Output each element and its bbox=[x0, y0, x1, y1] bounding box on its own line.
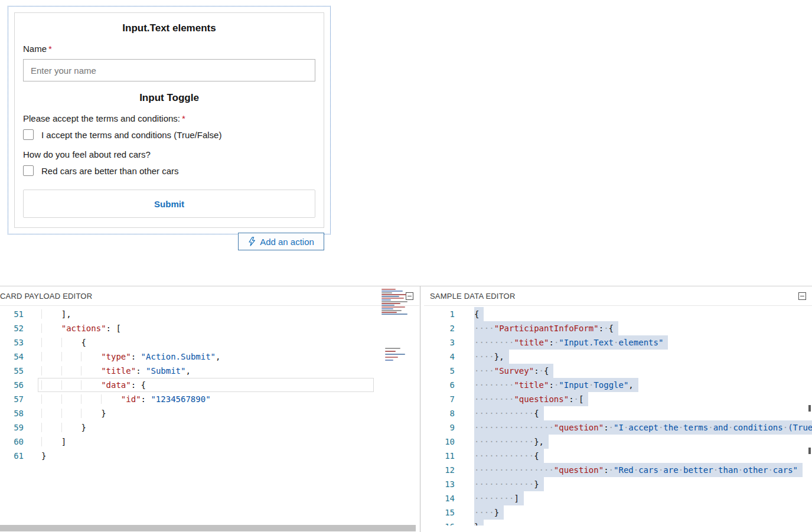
submit-button[interactable]: Submit bbox=[23, 190, 315, 218]
code-text[interactable]: ················"question":·"I·accept·th… bbox=[474, 420, 812, 435]
code-line[interactable]: 58 } bbox=[0, 406, 419, 420]
code-line[interactable]: 1{ bbox=[424, 307, 812, 321]
line-number[interactable]: 52 bbox=[0, 321, 24, 335]
line-number[interactable]: 55 bbox=[0, 364, 24, 378]
name-field-label: Name* bbox=[23, 44, 315, 54]
line-number[interactable]: 3 bbox=[424, 335, 455, 350]
code-text[interactable]: ····"ParticipantInfoForm":·{ bbox=[474, 321, 618, 335]
card-selection-outline[interactable]: Input.Text elements Name* Input Toggle P… bbox=[8, 6, 331, 234]
code-line[interactable]: 14········] bbox=[424, 491, 812, 505]
line-number[interactable]: 60 bbox=[0, 435, 24, 449]
redcars-checkbox[interactable] bbox=[23, 165, 34, 176]
adaptive-card-preview: Input.Text elements Name* Input Toggle P… bbox=[14, 12, 324, 228]
line-number[interactable]: 2 bbox=[424, 321, 455, 335]
code-text[interactable]: ····} bbox=[474, 505, 504, 520]
line-number[interactable]: 57 bbox=[0, 392, 24, 406]
code-line[interactable]: 4····}, bbox=[424, 350, 812, 364]
code-text[interactable]: ], bbox=[41, 307, 71, 321]
code-text[interactable]: } bbox=[41, 449, 46, 463]
code-line[interactable]: 7········"questions":·[ bbox=[424, 392, 812, 406]
code-line[interactable]: 11············{ bbox=[424, 449, 812, 463]
code-line[interactable]: 9················"question":·"I·accept·t… bbox=[424, 420, 812, 435]
code-line[interactable]: 10············}, bbox=[424, 435, 812, 449]
line-number[interactable]: 14 bbox=[424, 491, 455, 505]
code-line[interactable]: 6········"title":·"Input·Toggle", bbox=[424, 378, 812, 392]
line-number[interactable]: 10 bbox=[424, 435, 455, 449]
code-line[interactable]: 59 } bbox=[0, 420, 419, 435]
line-number[interactable]: 51 bbox=[0, 307, 24, 321]
code-text[interactable]: } bbox=[41, 420, 86, 435]
code-text[interactable]: ········"title":·"Input·Toggle", bbox=[474, 378, 638, 392]
panel-divider[interactable] bbox=[420, 286, 424, 532]
code-line[interactable]: 57 "id": "1234567890" bbox=[0, 392, 419, 406]
line-number[interactable]: 56 bbox=[0, 378, 24, 392]
code-line[interactable]: 55 "title": "Submit", bbox=[0, 364, 419, 378]
add-action-button[interactable]: Add an action bbox=[238, 233, 324, 250]
code-text[interactable]: { bbox=[474, 307, 484, 321]
code-line[interactable]: 52 "actions": [ bbox=[0, 321, 419, 335]
line-number[interactable]: 58 bbox=[0, 406, 24, 420]
code-text[interactable]: ········"questions":·[ bbox=[474, 392, 588, 406]
minimap[interactable] bbox=[379, 288, 418, 365]
code-line[interactable]: 12················"question":·"Red·cars·… bbox=[424, 463, 812, 477]
code-text[interactable]: "type": "Action.Submit", bbox=[41, 350, 220, 364]
code-text[interactable]: ····"Survey":·{ bbox=[474, 364, 553, 378]
add-action-label: Add an action bbox=[260, 237, 314, 247]
code-text[interactable]: "actions": [ bbox=[41, 321, 121, 335]
code-line[interactable]: 61} bbox=[0, 449, 419, 463]
line-number[interactable]: 59 bbox=[0, 420, 24, 435]
code-line[interactable]: 54 "type": "Action.Submit", bbox=[0, 350, 419, 364]
line-number[interactable]: 15 bbox=[424, 505, 455, 520]
code-text[interactable]: ········"title":·"Input.Text·elements" bbox=[474, 335, 668, 350]
line-number[interactable]: 61 bbox=[0, 449, 24, 463]
code-line[interactable]: 3········"title":·"Input.Text·elements" bbox=[424, 335, 812, 350]
line-number[interactable]: 53 bbox=[0, 335, 24, 350]
code-line[interactable]: 8············{ bbox=[424, 406, 812, 420]
code-line[interactable]: 51 ], bbox=[0, 307, 419, 321]
sample-data-code-editor[interactable]: 1{2····"ParticipantInfoForm":·{3········… bbox=[424, 306, 812, 526]
code-line[interactable]: 5····"Survey":·{ bbox=[424, 364, 812, 378]
code-line[interactable]: 53 { bbox=[0, 335, 419, 350]
line-number[interactable]: 7 bbox=[424, 392, 455, 406]
code-text[interactable]: { bbox=[41, 335, 86, 350]
line-number[interactable]: 13 bbox=[424, 477, 455, 491]
code-line[interactable]: 16} bbox=[424, 520, 812, 526]
code-text[interactable]: ············}, bbox=[474, 435, 549, 449]
code-text[interactable]: ····}, bbox=[474, 350, 509, 364]
redcars-checkbox-row: Red cars are better than other cars bbox=[23, 165, 315, 176]
overview-ruler-mark bbox=[808, 405, 811, 412]
code-text[interactable]: ············{ bbox=[474, 449, 544, 463]
code-text[interactable]: ············} bbox=[474, 477, 544, 491]
code-text[interactable]: ············{ bbox=[474, 406, 544, 420]
code-text[interactable]: "data": { bbox=[41, 378, 146, 392]
line-number[interactable]: 8 bbox=[424, 406, 455, 420]
card-payload-editor-panel: CARD PAYLOAD EDITOR 51 ],52 "actions": [… bbox=[0, 286, 419, 532]
code-text[interactable]: ················"question":·"Red·cars·ar… bbox=[474, 463, 803, 477]
code-text[interactable]: ········] bbox=[474, 491, 524, 505]
name-input[interactable] bbox=[23, 59, 315, 81]
code-text[interactable]: "id": "1234567890" bbox=[41, 392, 211, 406]
line-number[interactable]: 5 bbox=[424, 364, 455, 378]
required-asterisk: * bbox=[48, 44, 52, 54]
horizontal-scrollbar[interactable] bbox=[0, 525, 416, 531]
line-number[interactable]: 12 bbox=[424, 463, 455, 477]
collapse-panel-icon[interactable] bbox=[798, 292, 806, 300]
code-line[interactable]: 56 "data": { bbox=[0, 378, 419, 392]
code-line[interactable]: 15····} bbox=[424, 505, 812, 520]
line-number[interactable]: 4 bbox=[424, 350, 455, 364]
code-text[interactable]: } bbox=[474, 520, 484, 526]
line-number[interactable]: 9 bbox=[424, 420, 455, 435]
code-text[interactable]: "title": "Submit", bbox=[41, 364, 191, 378]
card-payload-code-editor[interactable]: 51 ],52 "actions": [53 {54 "type": "Acti… bbox=[0, 306, 419, 526]
line-number[interactable]: 54 bbox=[0, 350, 24, 364]
code-line[interactable]: 60 ] bbox=[0, 435, 419, 449]
code-line[interactable]: 13············} bbox=[424, 477, 812, 491]
terms-checkbox[interactable] bbox=[23, 129, 34, 140]
line-number[interactable]: 16 bbox=[424, 520, 455, 526]
line-number[interactable]: 1 bbox=[424, 307, 455, 321]
code-line[interactable]: 2····"ParticipantInfoForm":·{ bbox=[424, 321, 812, 335]
line-number[interactable]: 6 bbox=[424, 378, 455, 392]
code-text[interactable]: ] bbox=[41, 435, 66, 449]
code-text[interactable]: } bbox=[41, 406, 106, 420]
line-number[interactable]: 11 bbox=[424, 449, 455, 463]
